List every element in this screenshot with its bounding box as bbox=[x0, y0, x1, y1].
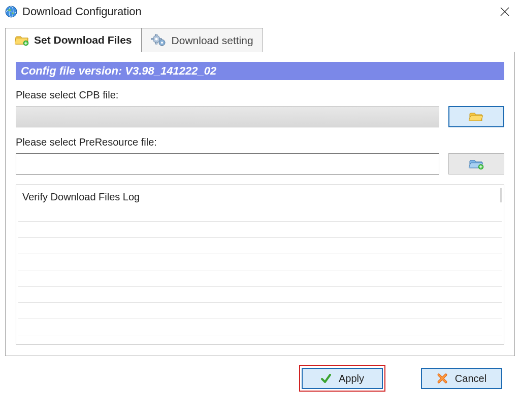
cancel-button[interactable]: Cancel bbox=[421, 368, 502, 389]
log-header: Verify Download Files Log bbox=[22, 191, 498, 206]
tab-label: Set Download Files bbox=[34, 34, 132, 46]
apply-button[interactable]: Apply bbox=[302, 368, 383, 389]
apply-highlight: Apply bbox=[299, 365, 385, 392]
folder-add-icon bbox=[15, 34, 29, 46]
gears-icon bbox=[151, 34, 167, 47]
log-box: Verify Download Files Log bbox=[16, 185, 504, 344]
tab-label: Download setting bbox=[172, 34, 253, 47]
preresource-file-label: Please select PreResource file: bbox=[16, 136, 504, 148]
cancel-x-icon bbox=[437, 373, 448, 384]
tab-set-download-files[interactable]: Set Download Files bbox=[5, 28, 142, 52]
window-title: Download Configuration bbox=[22, 5, 142, 18]
tab-spacer bbox=[263, 28, 515, 52]
folder-open-icon bbox=[469, 111, 484, 123]
tab-content-panel: Config file version: V3.98_141222_02 Ple… bbox=[5, 52, 515, 356]
folder-add-icon bbox=[469, 158, 484, 170]
window-titlebar: Download Configuration bbox=[0, 0, 520, 23]
preresource-browse-button[interactable] bbox=[448, 153, 504, 174]
svg-point-2 bbox=[8, 9, 11, 11]
tab-download-setting[interactable]: Download setting bbox=[142, 28, 263, 52]
svg-rect-12 bbox=[155, 42, 157, 44]
log-lines-area bbox=[18, 205, 502, 344]
dialog-button-row: Apply Cancel bbox=[0, 356, 520, 394]
svg-rect-11 bbox=[155, 34, 157, 36]
tab-row: Set Download Files Download setting bbox=[5, 28, 515, 52]
svg-point-3 bbox=[12, 12, 14, 14]
close-icon bbox=[500, 7, 509, 16]
app-globe-icon bbox=[5, 6, 17, 18]
svg-rect-13 bbox=[151, 38, 153, 40]
cpb-browse-button[interactable] bbox=[448, 106, 504, 127]
cpb-file-label: Please select CPB file: bbox=[16, 89, 504, 101]
apply-button-label: Apply bbox=[339, 373, 364, 384]
svg-point-10 bbox=[155, 38, 157, 40]
log-scrollbar[interactable] bbox=[500, 188, 502, 202]
preresource-file-input[interactable] bbox=[16, 153, 439, 174]
version-banner: Config file version: V3.98_141222_02 bbox=[16, 62, 504, 80]
cpb-file-display bbox=[16, 106, 439, 127]
svg-point-16 bbox=[161, 42, 163, 44]
close-button[interactable] bbox=[495, 2, 515, 22]
check-icon bbox=[320, 373, 332, 384]
cancel-button-label: Cancel bbox=[455, 373, 486, 384]
